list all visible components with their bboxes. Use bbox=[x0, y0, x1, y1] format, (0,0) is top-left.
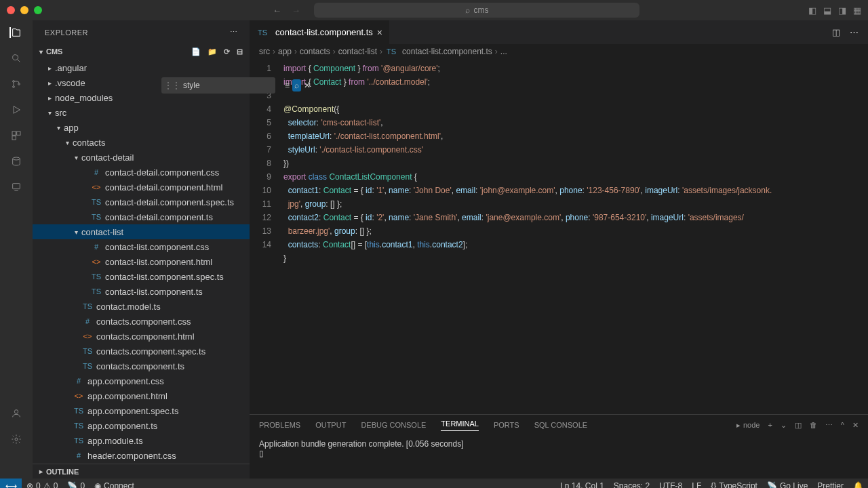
file-item[interactable]: #header.component.css bbox=[33, 448, 250, 463]
maximize-window[interactable] bbox=[34, 6, 42, 14]
explorer-icon[interactable] bbox=[9, 27, 22, 38]
panel-right-icon[interactable]: ◨ bbox=[838, 5, 846, 16]
outline-section[interactable]: ▸ OUTLINE bbox=[33, 464, 250, 479]
breadcrumb-seg[interactable]: contact-list.component.ts bbox=[402, 47, 492, 56]
remote-icon[interactable] bbox=[11, 182, 22, 192]
file-item[interactable]: #app.component.css bbox=[33, 373, 250, 388]
problems-status[interactable]: ⊗0⚠0 bbox=[22, 481, 62, 488]
layout-icon[interactable]: ▦ bbox=[853, 5, 861, 16]
forward-icon[interactable]: → bbox=[292, 5, 300, 16]
file-item[interactable]: <>contacts.component.html bbox=[33, 329, 250, 344]
more-icon[interactable]: ⋯ bbox=[230, 28, 238, 37]
close-filter-icon[interactable]: ✕ bbox=[304, 81, 311, 90]
project-section[interactable]: ▾ CMS 📄 📁 ⟳ ⊟ bbox=[33, 44, 250, 59]
database-icon[interactable] bbox=[11, 156, 22, 167]
file-item[interactable]: TSapp.module.ts bbox=[33, 433, 250, 448]
shell-picker[interactable]: ▸ node bbox=[736, 421, 760, 430]
breadcrumb[interactable]: src›app›contacts›contact-list›TScontact-… bbox=[250, 44, 868, 59]
folder-item[interactable]: ▾contacts bbox=[33, 135, 250, 150]
go-live[interactable]: 📡Go Live bbox=[762, 481, 812, 488]
filter-input[interactable] bbox=[183, 81, 285, 90]
debug-icon[interactable] bbox=[11, 104, 22, 115]
more-tab-icon[interactable]: ⋯ bbox=[850, 27, 859, 37]
file-item[interactable]: <>app.component.html bbox=[33, 388, 250, 403]
file-item[interactable]: <>contact-detail.component.html bbox=[33, 180, 250, 195]
file-item[interactable]: #contact-detail.component.css bbox=[33, 165, 250, 180]
svg-rect-6 bbox=[12, 136, 16, 140]
new-file-icon[interactable]: 📄 bbox=[191, 47, 201, 56]
folder-item[interactable]: ▾contact-list bbox=[33, 224, 250, 239]
breadcrumb-seg[interactable]: src bbox=[259, 47, 270, 56]
breadcrumb-seg[interactable]: ... bbox=[500, 47, 507, 56]
close-panel-icon[interactable]: ✕ bbox=[852, 421, 859, 430]
folder-item[interactable]: ▾contact-detail bbox=[33, 150, 250, 165]
folder-item[interactable]: ▸.angular bbox=[33, 60, 250, 75]
panel-tab[interactable]: DEBUG CONSOLE bbox=[361, 421, 426, 429]
folder-item[interactable]: ▾src bbox=[33, 105, 250, 120]
extensions-icon[interactable] bbox=[11, 130, 22, 141]
remote-indicator[interactable]: ⟷ bbox=[0, 479, 22, 488]
trash-icon[interactable]: 🗑 bbox=[810, 421, 817, 429]
fuzzy-icon[interactable]: ⌕ bbox=[292, 79, 301, 92]
file-item[interactable]: #contacts.component.css bbox=[33, 314, 250, 329]
refresh-icon[interactable]: ⟳ bbox=[224, 47, 230, 56]
account-icon[interactable] bbox=[11, 408, 22, 419]
maximize-panel-icon[interactable]: ^ bbox=[841, 421, 844, 429]
panel-tab[interactable]: TERMINAL bbox=[441, 420, 479, 431]
terminal-dropdown-icon[interactable]: ⌄ bbox=[781, 421, 787, 430]
file-item[interactable]: TScontact-list.component.spec.ts bbox=[33, 269, 250, 284]
panel-tab[interactable]: OUTPUT bbox=[315, 421, 346, 429]
panel-bottom-icon[interactable]: ⬓ bbox=[823, 5, 831, 16]
panel-left-icon[interactable]: ◧ bbox=[808, 5, 816, 16]
breadcrumb-seg[interactable]: app bbox=[278, 47, 292, 56]
terminal-output[interactable]: Application bundle generation complete. … bbox=[250, 435, 868, 479]
svg-rect-8 bbox=[13, 184, 20, 189]
file-item[interactable]: TSapp.component.ts bbox=[33, 418, 250, 433]
tab-active[interactable]: TS contact-list.component.ts × bbox=[250, 20, 390, 44]
split-terminal-icon[interactable]: ◫ bbox=[795, 421, 802, 430]
split-icon[interactable]: ◫ bbox=[832, 27, 840, 37]
close-window[interactable] bbox=[7, 6, 15, 14]
code-content[interactable]: import { Component } from '@angular/core… bbox=[283, 62, 868, 414]
file-item[interactable]: #contact-list.component.css bbox=[33, 239, 250, 254]
minimize-window[interactable] bbox=[20, 6, 28, 14]
indentation[interactable]: Spaces: 2 bbox=[609, 481, 654, 488]
window-controls bbox=[7, 6, 42, 14]
command-center[interactable]: ⌕ cms bbox=[314, 3, 639, 18]
search-activity-icon[interactable] bbox=[11, 53, 22, 64]
source-control-icon[interactable] bbox=[11, 79, 22, 89]
panel-tab[interactable]: SQL CONSOLE bbox=[534, 421, 587, 429]
panel-tab[interactable]: PROBLEMS bbox=[259, 421, 300, 429]
file-item[interactable]: <>contact-list.component.html bbox=[33, 254, 250, 269]
notifications-icon[interactable]: 🔔 bbox=[848, 481, 868, 488]
cursor-position[interactable]: Ln 14, Col 1 bbox=[555, 481, 609, 488]
file-item[interactable]: TScontacts.component.spec.ts bbox=[33, 344, 250, 359]
more-panel-icon[interactable]: ⋯ bbox=[825, 421, 833, 430]
eol[interactable]: LF bbox=[687, 481, 706, 488]
file-item[interactable]: TScontact-detail.component.ts bbox=[33, 209, 250, 224]
tree-filter[interactable]: ⋮⋮ ≡ ⌕ ✕ bbox=[161, 77, 275, 94]
new-folder-icon[interactable]: 📁 bbox=[208, 47, 217, 56]
file-item[interactable]: TSapp.component.spec.ts bbox=[33, 403, 250, 418]
code-editor[interactable]: 1234567891011121314 import { Component }… bbox=[250, 59, 868, 414]
prettier-status[interactable]: Prettier bbox=[812, 481, 848, 488]
encoding[interactable]: UTF-8 bbox=[654, 481, 687, 488]
file-item[interactable]: TScontact.model.ts bbox=[33, 299, 250, 314]
file-item[interactable]: TScontact-list.component.ts bbox=[33, 284, 250, 299]
panel-tab[interactable]: PORTS bbox=[494, 421, 519, 429]
svg-rect-4 bbox=[12, 131, 16, 135]
collapse-icon[interactable]: ⊟ bbox=[237, 47, 243, 56]
breadcrumb-seg[interactable]: contacts bbox=[300, 47, 330, 56]
language-mode[interactable]: {}TypeScript bbox=[706, 481, 762, 488]
filter-icon[interactable]: ≡ bbox=[285, 81, 290, 90]
ports-status[interactable]: 📡0 bbox=[62, 481, 90, 488]
new-terminal-icon[interactable]: + bbox=[768, 421, 772, 429]
close-tab-icon[interactable]: × bbox=[377, 27, 382, 38]
folder-item[interactable]: ▾app bbox=[33, 120, 250, 135]
connect-status[interactable]: ◉Connect bbox=[90, 481, 139, 488]
settings-icon[interactable] bbox=[11, 434, 22, 445]
breadcrumb-seg[interactable]: contact-list bbox=[338, 47, 377, 56]
file-item[interactable]: TScontact-detail.component.spec.ts bbox=[33, 195, 250, 209]
back-icon[interactable]: ← bbox=[273, 5, 281, 16]
file-item[interactable]: TScontacts.component.ts bbox=[33, 359, 250, 373]
